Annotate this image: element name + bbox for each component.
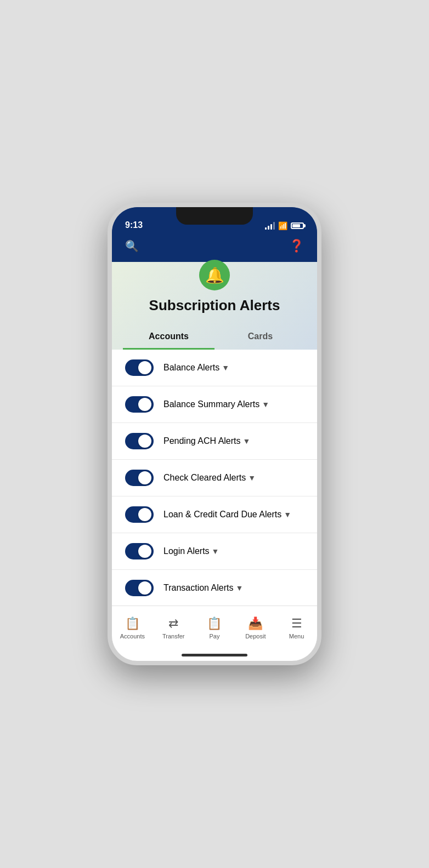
- home-bar: [182, 654, 247, 656]
- alert-row-check-cleared[interactable]: Check Cleared Alerts ▼: [112, 460, 317, 496]
- chevron-balance-summary: ▼: [262, 400, 269, 409]
- alert-row-balance[interactable]: Balance Alerts ▼: [112, 350, 317, 386]
- bell-circle: 🔔: [199, 260, 230, 290]
- wifi-icon: 📶: [278, 221, 287, 230]
- chevron-pending-ach: ▼: [243, 437, 251, 446]
- chevron-transaction: ▼: [235, 584, 243, 592]
- alert-row-transaction[interactable]: Transaction Alerts ▼: [112, 570, 317, 606]
- nav-menu[interactable]: ☰ Menu: [276, 606, 317, 649]
- nav-accounts[interactable]: 📋 Accounts: [112, 606, 153, 649]
- alert-label-balance-summary: Balance Summary Alerts ▼: [163, 399, 269, 409]
- accounts-nav-icon: 📋: [125, 616, 140, 631]
- bottom-nav: 📋 Accounts ⇄ Transfer 📋 Pay 📥 Deposit ☰ …: [112, 606, 317, 649]
- nav-deposit[interactable]: 📥 Deposit: [235, 606, 276, 649]
- chevron-check-cleared: ▼: [248, 473, 256, 482]
- alert-label-loan-cc: Loan & Credit Card Due Alerts ▼: [163, 510, 291, 519]
- home-indicator: [112, 649, 317, 661]
- alert-row-pending-ach[interactable]: Pending ACH Alerts ▼: [112, 423, 317, 460]
- alert-label-transaction: Transaction Alerts ▼: [163, 583, 243, 593]
- chevron-loan-cc: ▼: [284, 510, 291, 519]
- hero-section: 🔔 Subscription Alerts Accounts Cards: [112, 262, 317, 350]
- nav-pay[interactable]: 📋 Pay: [194, 606, 235, 649]
- alert-row-balance-summary[interactable]: Balance Summary Alerts ▼: [112, 386, 317, 423]
- phone-frame: 9:13 📶 🔍 ❓ 🔔 Subscription Alerts A: [108, 203, 321, 665]
- alert-label-balance: Balance Alerts ▼: [163, 363, 229, 373]
- status-time: 9:13: [125, 220, 143, 230]
- toggle-loan-cc[interactable]: [125, 506, 154, 523]
- page-title: Subscription Alerts: [149, 297, 280, 314]
- toggle-check-cleared[interactable]: [125, 470, 154, 486]
- tab-bar: Accounts Cards: [123, 325, 306, 350]
- toggle-login[interactable]: [125, 543, 154, 559]
- alerts-list: Balance Alerts ▼ Balance Summary Alerts …: [112, 350, 317, 606]
- nav-transfer[interactable]: ⇄ Transfer: [153, 606, 194, 649]
- pay-nav-icon: 📋: [207, 616, 222, 631]
- search-icon[interactable]: 🔍: [125, 239, 139, 253]
- toggle-balance-summary[interactable]: [125, 396, 154, 413]
- tab-accounts[interactable]: Accounts: [123, 325, 214, 350]
- alert-row-login[interactable]: Login Alerts ▼: [112, 533, 317, 570]
- status-icons: 📶: [265, 221, 304, 230]
- chevron-balance: ▼: [222, 363, 229, 372]
- toggle-pending-ach[interactable]: [125, 433, 154, 449]
- transfer-nav-icon: ⇄: [168, 616, 178, 631]
- alert-label-pending-ach: Pending ACH Alerts ▼: [163, 436, 250, 446]
- menu-nav-icon: ☰: [291, 616, 302, 631]
- toggle-balance[interactable]: [125, 359, 154, 376]
- help-icon[interactable]: ❓: [289, 239, 304, 253]
- deposit-nav-icon: 📥: [248, 616, 263, 631]
- tab-cards[interactable]: Cards: [214, 325, 306, 350]
- alert-label-login: Login Alerts ▼: [163, 546, 219, 556]
- notch: [176, 207, 253, 225]
- app-header: 🔍 ❓: [112, 235, 317, 262]
- alert-label-check-cleared: Check Cleared Alerts ▼: [163, 473, 256, 483]
- toggle-transaction[interactable]: [125, 580, 154, 596]
- alert-row-loan-cc[interactable]: Loan & Credit Card Due Alerts ▼: [112, 496, 317, 533]
- chevron-login: ▼: [212, 547, 219, 556]
- bell-icon: 🔔: [205, 266, 224, 284]
- signal-icon: [265, 222, 275, 230]
- battery-icon: [291, 222, 304, 229]
